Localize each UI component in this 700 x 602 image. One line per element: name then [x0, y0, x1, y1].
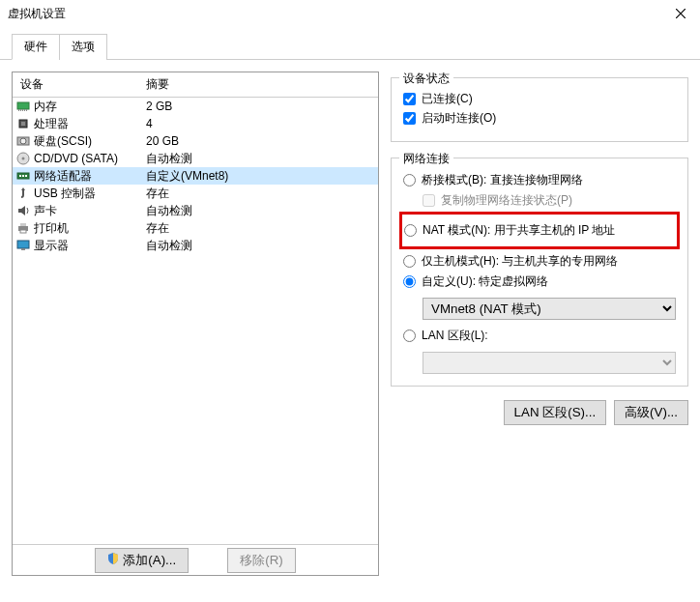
col-summary[interactable]: 摘要 — [138, 72, 378, 97]
device-summary: 自动检测 — [138, 151, 378, 167]
device-name: USB 控制器 — [34, 186, 96, 202]
disc-icon — [16, 152, 30, 165]
bridged-label: 桥接模式(B): 直接连接物理网络 — [422, 172, 583, 188]
content: 设备 摘要 内存2 GB处理器4硬盘(SCSI)20 GBCD/DVD (SAT… — [0, 60, 700, 588]
nat-highlight: NAT 模式(N): 用于共享主机的 IP 地址 — [399, 212, 680, 249]
device-summary: 自动检测 — [138, 238, 378, 254]
right-panel: 设备状态 已连接(C) 启动时连接(O) 网络连接 桥接模式(B): 直接连接物… — [391, 72, 688, 576]
table-row[interactable]: 网络适配器自定义(VMnet8) — [13, 167, 378, 185]
tab-strip: 硬件 选项 — [0, 33, 700, 60]
network-title: 网络连接 — [399, 151, 453, 167]
custom-radio[interactable] — [403, 275, 416, 288]
svg-rect-7 — [21, 122, 25, 126]
svg-point-9 — [20, 138, 26, 144]
svg-rect-0 — [17, 102, 29, 109]
connect-power-checkbox[interactable] — [403, 112, 416, 125]
sound-icon — [16, 204, 30, 217]
table-row[interactable]: CD/DVD (SATA)自动检测 — [13, 150, 378, 167]
remove-button[interactable]: 移除(R) — [227, 548, 296, 573]
nic-icon — [16, 169, 30, 183]
device-summary: 存在 — [138, 220, 378, 237]
device-name: CD/DVD (SATA) — [34, 152, 118, 165]
replicate-label: 复制物理网络连接状态(P) — [441, 192, 572, 209]
connected-label: 已连接(C) — [422, 91, 473, 107]
table-body: 内存2 GB处理器4硬盘(SCSI)20 GBCD/DVD (SATA)自动检测… — [13, 98, 378, 254]
svg-rect-17 — [20, 223, 26, 226]
hostonly-radio[interactable] — [403, 255, 416, 268]
device-name: 显示器 — [34, 238, 69, 254]
connect-power-label: 启动时连接(O) — [422, 110, 496, 127]
device-summary: 自定义(VMnet8) — [138, 168, 378, 185]
table-row[interactable]: 声卡自动检测 — [13, 202, 378, 219]
svg-rect-20 — [21, 248, 25, 250]
printer-icon — [16, 221, 30, 235]
device-table: 设备 摘要 内存2 GB处理器4硬盘(SCSI)20 GBCD/DVD (SAT… — [12, 72, 379, 576]
add-label: 添加(A)... — [123, 552, 176, 569]
network-group: 网络连接 桥接模式(B): 直接连接物理网络 复制物理网络连接状态(P) NAT… — [391, 158, 688, 387]
left-panel: 设备 摘要 内存2 GB处理器4硬盘(SCSI)20 GBCD/DVD (SAT… — [12, 72, 379, 576]
table-row[interactable]: 显示器自动检测 — [13, 237, 378, 254]
svg-rect-18 — [20, 230, 26, 233]
table-header: 设备 摘要 — [13, 72, 378, 98]
hdd-icon — [16, 134, 30, 148]
device-state-group: 设备状态 已连接(C) 启动时连接(O) — [391, 77, 688, 142]
shield-icon — [107, 553, 119, 567]
device-state-title: 设备状态 — [399, 71, 453, 87]
device-name: 网络适配器 — [34, 168, 92, 185]
svg-point-11 — [22, 158, 25, 160]
lan-segments-button[interactable]: LAN 区段(S)... — [504, 400, 607, 425]
svg-rect-15 — [25, 175, 27, 177]
device-name: 处理器 — [34, 116, 69, 132]
device-summary: 20 GB — [138, 134, 378, 148]
lan-segment-label: LAN 区段(L): — [422, 328, 488, 344]
svg-rect-4 — [24, 109, 25, 111]
device-name: 声卡 — [34, 203, 57, 219]
tab-options[interactable]: 选项 — [59, 34, 107, 60]
svg-rect-3 — [22, 109, 23, 111]
table-row[interactable]: 打印机存在 — [13, 219, 378, 237]
custom-select[interactable]: VMnet8 (NAT 模式) — [423, 298, 676, 320]
close-button[interactable] — [661, 0, 700, 27]
device-name: 打印机 — [34, 220, 69, 237]
nat-radio[interactable] — [404, 224, 417, 237]
device-summary: 2 GB — [138, 100, 378, 113]
col-device[interactable]: 设备 — [13, 72, 138, 97]
monitor-icon — [16, 239, 30, 252]
cpu-icon — [16, 117, 30, 130]
close-icon — [676, 9, 685, 18]
add-button[interactable]: 添加(A)... — [95, 548, 189, 573]
advanced-button[interactable]: 高级(V)... — [614, 400, 688, 425]
svg-rect-5 — [26, 109, 27, 111]
tab-hardware[interactable]: 硬件 — [12, 34, 60, 60]
table-row[interactable]: 内存2 GB — [13, 98, 378, 115]
usb-icon — [16, 186, 30, 200]
device-summary: 存在 — [138, 186, 378, 202]
hostonly-label: 仅主机模式(H): 与主机共享的专用网络 — [422, 253, 618, 270]
lan-select — [423, 352, 676, 374]
table-row[interactable]: 硬盘(SCSI)20 GB — [13, 132, 378, 150]
custom-label: 自定义(U): 特定虚拟网络 — [422, 273, 548, 290]
device-summary: 自动检测 — [138, 203, 378, 219]
svg-rect-19 — [17, 241, 29, 248]
bridged-radio[interactable] — [403, 174, 416, 186]
connected-checkbox[interactable] — [403, 93, 416, 105]
nat-label: NAT 模式(N): 用于共享主机的 IP 地址 — [423, 222, 615, 239]
device-summary: 4 — [138, 117, 378, 130]
replicate-checkbox — [423, 194, 435, 207]
device-name: 内存 — [34, 99, 57, 115]
svg-rect-14 — [22, 175, 24, 177]
svg-rect-2 — [20, 109, 21, 111]
window-title: 虚拟机设置 — [8, 6, 66, 22]
table-footer: 添加(A)... 移除(R) — [13, 544, 378, 575]
table-row[interactable]: USB 控制器存在 — [13, 185, 378, 202]
device-name: 硬盘(SCSI) — [34, 133, 92, 150]
lan-segment-radio[interactable] — [403, 330, 416, 342]
svg-rect-13 — [19, 175, 21, 177]
table-row[interactable]: 处理器4 — [13, 115, 378, 132]
button-row: LAN 区段(S)... 高级(V)... — [391, 400, 688, 425]
memory-icon — [16, 100, 30, 113]
titlebar: 虚拟机设置 — [0, 0, 700, 27]
svg-rect-1 — [18, 109, 19, 111]
